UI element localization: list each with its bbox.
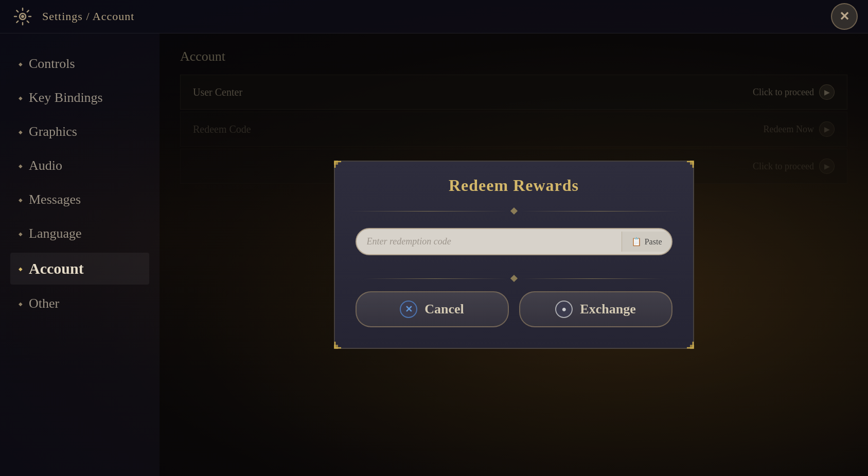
sidebar-item-other[interactable]: ◆ Other [10, 289, 149, 319]
sidebar: ◆ Controls ◆ Key Bindings ◆ Graphics ◆ A… [0, 33, 160, 476]
svg-rect-5 [690, 345, 694, 349]
content-area: ◆ Controls ◆ Key Bindings ◆ Graphics ◆ A… [0, 33, 868, 476]
sidebar-item-audio[interactable]: ◆ Audio [10, 151, 149, 181]
bullet-icon: ◆ [19, 301, 23, 307]
main-panel: Account User Center Click to proceed ▶ R… [160, 33, 868, 476]
corner-bl [334, 334, 348, 349]
sidebar-item-graphics[interactable]: ◆ Graphics [10, 117, 149, 147]
paste-icon: 📋 [631, 237, 642, 246]
sidebar-item-label: Messages [29, 192, 81, 207]
exchange-label: Exchange [580, 302, 635, 317]
exchange-button[interactable]: ● Exchange [519, 291, 672, 327]
breadcrumb: Settings / Account [42, 10, 134, 23]
sidebar-item-label: Audio [29, 158, 62, 173]
redeem-modal: Redeem Rewards 📋 Paste [334, 161, 694, 349]
sidebar-item-messages[interactable]: ◆ Messages [10, 185, 149, 215]
close-button[interactable]: ✕ [831, 3, 858, 30]
modal-top-divider [335, 208, 693, 214]
sidebar-item-label: Account [29, 260, 84, 277]
cancel-icon: ✕ [400, 301, 417, 318]
bullet-icon: ◆ [19, 231, 23, 237]
top-bar: Settings / Account ✕ [0, 0, 868, 33]
redemption-code-input[interactable] [357, 229, 622, 254]
modal-bottom-divider [349, 276, 679, 281]
sidebar-item-label: Controls [29, 56, 75, 72]
sidebar-item-label: Key Bindings [29, 90, 103, 105]
modal-body: 📋 Paste [335, 216, 693, 266]
bullet-icon: ◆ [19, 129, 23, 135]
bullet-icon: ◆ [19, 197, 23, 203]
modal-buttons: ✕ Cancel ● Exchange [335, 281, 693, 332]
bullet-icon: ◆ [19, 61, 23, 67]
sidebar-item-account[interactable]: ◆ Account [10, 253, 149, 285]
gear-icon [10, 4, 35, 29]
modal-overlay: Redeem Rewards 📋 Paste [160, 33, 868, 476]
bullet-icon: ◆ [19, 163, 23, 169]
bullet-icon: ◆ [19, 266, 23, 272]
sidebar-item-label: Graphics [29, 124, 77, 139]
exchange-icon: ● [555, 301, 573, 318]
corner-br [680, 334, 694, 349]
sidebar-item-label: Language [29, 226, 82, 241]
modal-title: Redeem Rewards [335, 162, 693, 206]
bullet-icon: ◆ [19, 95, 23, 101]
sidebar-item-controls[interactable]: ◆ Controls [10, 49, 149, 79]
settings-window: Settings / Account ✕ ◆ Controls ◆ Key Bi… [0, 0, 868, 476]
code-input-wrapper: 📋 Paste [356, 228, 672, 255]
paste-button[interactable]: 📋 Paste [622, 232, 671, 252]
svg-rect-4 [334, 345, 338, 349]
sidebar-item-key-bindings[interactable]: ◆ Key Bindings [10, 83, 149, 113]
sidebar-item-language[interactable]: ◆ Language [10, 219, 149, 249]
cancel-button[interactable]: ✕ Cancel [356, 291, 509, 327]
paste-label: Paste [645, 237, 662, 246]
svg-point-1 [21, 15, 24, 18]
sidebar-item-label: Other [29, 296, 59, 311]
cancel-label: Cancel [424, 302, 464, 317]
